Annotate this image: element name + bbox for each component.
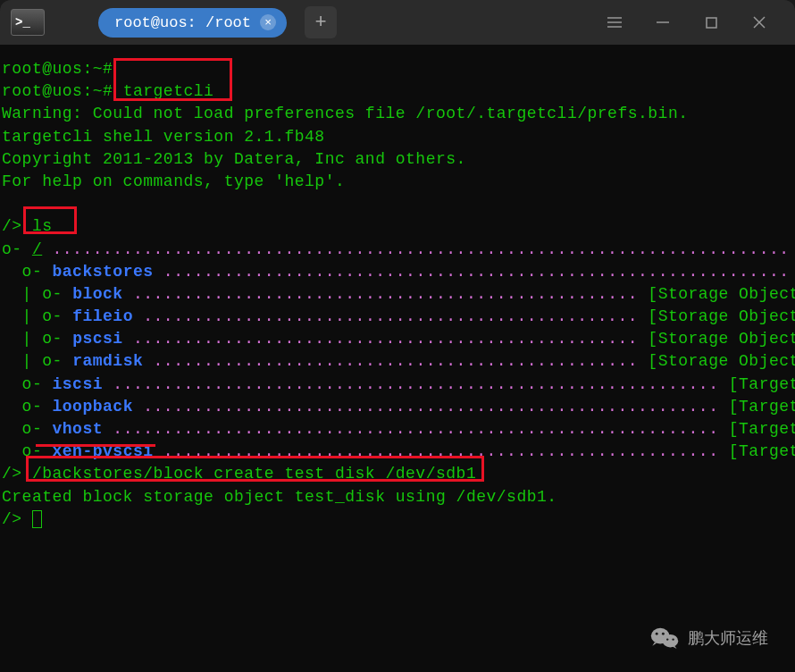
terminal-tab[interactable]: root@uos: /root × (98, 8, 287, 38)
svg-rect-4 (707, 18, 716, 28)
window-controls (604, 12, 788, 33)
cursor (32, 510, 42, 528)
tree-vhost: vhost (53, 420, 104, 438)
tree-dots: ........................................… (103, 420, 718, 438)
tree-loopback: loopback (53, 398, 133, 416)
tree-prefix: o- (2, 420, 53, 438)
tree-prefix: | o- (2, 285, 72, 303)
tree-prefix: | o- (2, 307, 72, 325)
watermark-text: 鹏大师运维 (688, 627, 768, 649)
tree-dots: ........................................… (154, 442, 719, 460)
tree-fileio: fileio (72, 307, 133, 325)
tree-tag: [Storage Objects: 0] (638, 352, 795, 370)
tree-block: block (72, 285, 123, 303)
tree-tag: [Storage Objects: 0] (638, 330, 795, 348)
tree-prefix: o- (2, 398, 53, 416)
tree-prefix: o- (2, 263, 53, 281)
svg-point-9 (656, 633, 658, 635)
minimize-icon[interactable] (652, 12, 674, 33)
new-tab-button[interactable]: + (305, 6, 337, 38)
tree-root: / (32, 240, 42, 258)
tree-tag: [Storage Objects: 0] (638, 307, 795, 325)
terminal-app-icon[interactable] (11, 9, 45, 36)
tab-close-icon[interactable]: × (260, 14, 276, 30)
tree-prefix: o- (2, 442, 53, 460)
tree-tag: [Targets: 0] (718, 375, 795, 393)
version-line: targetcli shell version 2.1.fb48 (2, 126, 793, 148)
created-line: Created block storage object test_disk u… (2, 486, 793, 508)
tree-pscsi: pscsi (72, 330, 123, 348)
tree-iscsi: iscsi (53, 375, 104, 393)
svg-point-11 (666, 638, 668, 640)
cmd-targetcli: targetcli (123, 82, 214, 100)
close-icon[interactable] (749, 12, 770, 33)
tree-xen: xen-pvscsi (53, 442, 154, 460)
tree-tag: [...] (790, 240, 795, 258)
wechat-icon (650, 626, 679, 650)
cmd-create: /backstores/block create test_disk /dev/… (32, 465, 476, 483)
cli-prompt: /> (2, 465, 32, 483)
tab-title: root@uos: /root (114, 14, 251, 31)
tree-tag: [...] (790, 263, 795, 281)
prompt: root@uos:~# (2, 82, 123, 100)
tree-dots: ........................................… (42, 240, 789, 258)
tree-tag: [Targets: 0] (718, 442, 795, 460)
watermark: 鹏大师运维 (650, 626, 768, 650)
help-line: For help on commands, type 'help'. (2, 171, 793, 193)
terminal-body[interactable]: root@uos:~# root@uos:~# targetcli Warnin… (0, 45, 795, 672)
tree-prefix: | o- (2, 352, 72, 370)
tree-ramdisk: ramdisk (72, 352, 143, 370)
warning-line: Warning: Could not load preferences file… (2, 103, 793, 125)
titlebar: root@uos: /root × + (0, 0, 795, 45)
tree-dots: ........................................… (123, 285, 638, 303)
menu-icon[interactable] (604, 12, 625, 33)
prompt: root@uos:~# (2, 60, 123, 78)
tree-dots: ........................................… (133, 307, 638, 325)
tree-backstores: backstores (53, 263, 154, 281)
tree-prefix: o- (2, 375, 53, 393)
tree-dots: ........................................… (133, 398, 719, 416)
cmd-ls: ls (32, 217, 53, 235)
tree-dots: ........................................… (143, 352, 638, 370)
tree-dots: ........................................… (154, 263, 790, 281)
cli-prompt: /> (2, 510, 32, 528)
tree-prefix: o- (2, 240, 32, 258)
tree-tag: [Targets: 0] (718, 398, 795, 416)
svg-point-8 (663, 634, 679, 647)
maximize-icon[interactable] (700, 12, 722, 33)
tree-prefix: | o- (2, 330, 72, 348)
svg-point-12 (672, 638, 674, 640)
tree-dots: ........................................… (123, 330, 638, 348)
tree-tag: [Targets: 0] (718, 420, 795, 438)
tree-tag: [Storage Objects: 0] (638, 285, 795, 303)
cli-prompt: /> (2, 217, 32, 235)
svg-point-10 (662, 633, 665, 635)
copyright-line: Copyright 2011-2013 by Datera, Inc and o… (2, 148, 793, 171)
tree-dots: ........................................… (103, 375, 718, 393)
